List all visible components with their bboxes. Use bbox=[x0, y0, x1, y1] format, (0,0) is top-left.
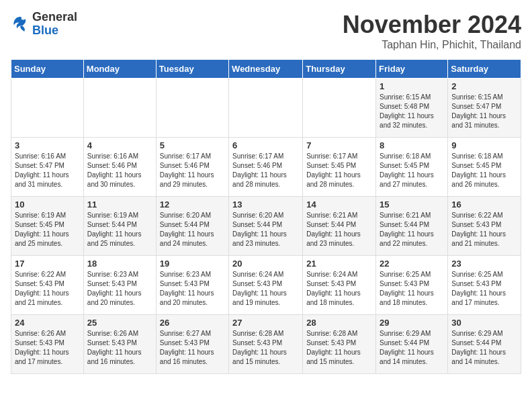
day-info: Sunrise: 6:15 AM Sunset: 5:48 PM Dayligh… bbox=[380, 93, 444, 130]
day-info: Sunrise: 6:22 AM Sunset: 5:43 PM Dayligh… bbox=[15, 270, 80, 308]
day-info: Sunrise: 6:15 AM Sunset: 5:47 PM Dayligh… bbox=[451, 93, 517, 130]
day-info: Sunrise: 6:24 AM Sunset: 5:43 PM Dayligh… bbox=[306, 270, 372, 308]
day-number: 15 bbox=[380, 199, 444, 210]
calendar-cell bbox=[83, 79, 156, 138]
calendar-cell bbox=[11, 79, 84, 138]
day-number: 28 bbox=[306, 318, 372, 328]
day-number: 23 bbox=[451, 259, 517, 269]
weekday-header-thursday: Thursday bbox=[303, 60, 376, 79]
day-info: Sunrise: 6:28 AM Sunset: 5:43 PM Dayligh… bbox=[232, 329, 299, 367]
day-number: 3 bbox=[15, 140, 80, 150]
calendar-cell: 26Sunrise: 6:27 AM Sunset: 5:43 PM Dayli… bbox=[156, 315, 228, 374]
calendar-cell: 10Sunrise: 6:19 AM Sunset: 5:45 PM Dayli… bbox=[11, 197, 84, 256]
day-number: 9 bbox=[451, 140, 517, 150]
day-number: 10 bbox=[15, 199, 80, 210]
calendar-cell: 15Sunrise: 6:21 AM Sunset: 5:44 PM Dayli… bbox=[376, 197, 448, 256]
calendar-week-3: 10Sunrise: 6:19 AM Sunset: 5:45 PM Dayli… bbox=[11, 197, 521, 256]
weekday-header-sunday: Sunday bbox=[11, 60, 84, 79]
day-info: Sunrise: 6:28 AM Sunset: 5:43 PM Dayligh… bbox=[306, 329, 372, 367]
calendar-cell: 12Sunrise: 6:20 AM Sunset: 5:44 PM Dayli… bbox=[156, 197, 228, 256]
day-number: 7 bbox=[306, 140, 372, 150]
day-number: 25 bbox=[87, 318, 152, 328]
day-info: Sunrise: 6:20 AM Sunset: 5:44 PM Dayligh… bbox=[232, 211, 299, 248]
day-info: Sunrise: 6:21 AM Sunset: 5:44 PM Dayligh… bbox=[306, 211, 372, 248]
calendar-cell: 25Sunrise: 6:26 AM Sunset: 5:43 PM Dayli… bbox=[83, 315, 156, 374]
day-info: Sunrise: 6:23 AM Sunset: 5:43 PM Dayligh… bbox=[160, 270, 225, 308]
day-number: 16 bbox=[451, 199, 517, 210]
calendar-cell: 9Sunrise: 6:18 AM Sunset: 5:45 PM Daylig… bbox=[448, 138, 521, 197]
location-subtitle: Taphan Hin, Phichit, Thailand bbox=[343, 39, 521, 51]
calendar-cell: 17Sunrise: 6:22 AM Sunset: 5:43 PM Dayli… bbox=[11, 256, 84, 315]
day-info: Sunrise: 6:20 AM Sunset: 5:44 PM Dayligh… bbox=[160, 211, 225, 248]
day-number: 20 bbox=[232, 259, 299, 269]
logo-general: General bbox=[32, 10, 77, 24]
weekday-header-friday: Friday bbox=[376, 60, 448, 79]
page-header: General Blue November 2024 Taphan Hin, P… bbox=[11, 11, 521, 51]
weekday-header-monday: Monday bbox=[83, 60, 156, 79]
calendar-cell: 30Sunrise: 6:29 AM Sunset: 5:44 PM Dayli… bbox=[448, 315, 521, 374]
day-info: Sunrise: 6:22 AM Sunset: 5:43 PM Dayligh… bbox=[451, 211, 517, 248]
day-number: 21 bbox=[306, 259, 372, 269]
day-number: 22 bbox=[380, 259, 444, 269]
calendar-cell: 3Sunrise: 6:16 AM Sunset: 5:47 PM Daylig… bbox=[11, 138, 84, 197]
day-number: 13 bbox=[232, 199, 299, 210]
day-info: Sunrise: 6:18 AM Sunset: 5:45 PM Dayligh… bbox=[380, 152, 444, 189]
calendar-cell: 28Sunrise: 6:28 AM Sunset: 5:43 PM Dayli… bbox=[303, 315, 376, 374]
day-info: Sunrise: 6:23 AM Sunset: 5:43 PM Dayligh… bbox=[87, 270, 152, 308]
calendar-cell: 22Sunrise: 6:25 AM Sunset: 5:43 PM Dayli… bbox=[376, 256, 448, 315]
day-info: Sunrise: 6:27 AM Sunset: 5:43 PM Dayligh… bbox=[160, 329, 225, 367]
calendar-table: SundayMondayTuesdayWednesdayThursdayFrid… bbox=[11, 59, 521, 374]
logo: General Blue bbox=[11, 11, 77, 38]
calendar-cell: 1Sunrise: 6:15 AM Sunset: 5:48 PM Daylig… bbox=[376, 79, 448, 138]
day-number: 17 bbox=[15, 259, 80, 269]
day-info: Sunrise: 6:17 AM Sunset: 5:46 PM Dayligh… bbox=[160, 152, 225, 189]
calendar-cell bbox=[156, 79, 228, 138]
calendar-week-4: 17Sunrise: 6:22 AM Sunset: 5:43 PM Dayli… bbox=[11, 256, 521, 315]
day-number: 8 bbox=[380, 140, 444, 150]
weekday-header-wednesday: Wednesday bbox=[229, 60, 303, 79]
calendar-body: 1Sunrise: 6:15 AM Sunset: 5:48 PM Daylig… bbox=[11, 79, 521, 374]
calendar-cell: 19Sunrise: 6:23 AM Sunset: 5:43 PM Dayli… bbox=[156, 256, 228, 315]
day-info: Sunrise: 6:29 AM Sunset: 5:44 PM Dayligh… bbox=[451, 329, 517, 367]
day-info: Sunrise: 6:17 AM Sunset: 5:45 PM Dayligh… bbox=[306, 152, 372, 189]
calendar-cell: 6Sunrise: 6:17 AM Sunset: 5:46 PM Daylig… bbox=[229, 138, 303, 197]
day-info: Sunrise: 6:25 AM Sunset: 5:43 PM Dayligh… bbox=[451, 270, 517, 308]
calendar-cell: 7Sunrise: 6:17 AM Sunset: 5:45 PM Daylig… bbox=[303, 138, 376, 197]
day-number: 6 bbox=[232, 140, 299, 150]
day-info: Sunrise: 6:24 AM Sunset: 5:43 PM Dayligh… bbox=[232, 270, 299, 308]
calendar-cell: 11Sunrise: 6:19 AM Sunset: 5:44 PM Dayli… bbox=[83, 197, 156, 256]
calendar-cell: 29Sunrise: 6:29 AM Sunset: 5:44 PM Dayli… bbox=[376, 315, 448, 374]
calendar-cell bbox=[303, 79, 376, 138]
logo-icon bbox=[11, 15, 30, 34]
calendar-cell: 16Sunrise: 6:22 AM Sunset: 5:43 PM Dayli… bbox=[448, 197, 521, 256]
day-info: Sunrise: 6:18 AM Sunset: 5:45 PM Dayligh… bbox=[451, 152, 517, 189]
month-title: November 2024 bbox=[343, 11, 521, 39]
calendar-cell: 20Sunrise: 6:24 AM Sunset: 5:43 PM Dayli… bbox=[229, 256, 303, 315]
weekday-header-saturday: Saturday bbox=[448, 60, 521, 79]
day-number: 11 bbox=[87, 199, 152, 210]
day-number: 30 bbox=[451, 318, 517, 328]
title-block: November 2024 Taphan Hin, Phichit, Thail… bbox=[343, 11, 521, 51]
day-info: Sunrise: 6:16 AM Sunset: 5:47 PM Dayligh… bbox=[15, 152, 80, 189]
calendar-cell: 23Sunrise: 6:25 AM Sunset: 5:43 PM Dayli… bbox=[448, 256, 521, 315]
calendar-week-2: 3Sunrise: 6:16 AM Sunset: 5:47 PM Daylig… bbox=[11, 138, 521, 197]
calendar-week-5: 24Sunrise: 6:26 AM Sunset: 5:43 PM Dayli… bbox=[11, 315, 521, 374]
weekday-header-tuesday: Tuesday bbox=[156, 60, 228, 79]
calendar-cell: 8Sunrise: 6:18 AM Sunset: 5:45 PM Daylig… bbox=[376, 138, 448, 197]
day-number: 2 bbox=[451, 81, 517, 91]
day-number: 5 bbox=[160, 140, 225, 150]
day-info: Sunrise: 6:19 AM Sunset: 5:44 PM Dayligh… bbox=[87, 211, 152, 248]
day-info: Sunrise: 6:16 AM Sunset: 5:46 PM Dayligh… bbox=[87, 152, 152, 189]
day-number: 12 bbox=[160, 199, 225, 210]
calendar-cell: 24Sunrise: 6:26 AM Sunset: 5:43 PM Dayli… bbox=[11, 315, 84, 374]
calendar-cell: 5Sunrise: 6:17 AM Sunset: 5:46 PM Daylig… bbox=[156, 138, 228, 197]
day-info: Sunrise: 6:26 AM Sunset: 5:43 PM Dayligh… bbox=[87, 329, 152, 367]
day-number: 1 bbox=[380, 81, 444, 91]
calendar-cell: 18Sunrise: 6:23 AM Sunset: 5:43 PM Dayli… bbox=[83, 256, 156, 315]
day-number: 14 bbox=[306, 199, 372, 210]
calendar-header: SundayMondayTuesdayWednesdayThursdayFrid… bbox=[11, 60, 521, 79]
calendar-week-1: 1Sunrise: 6:15 AM Sunset: 5:48 PM Daylig… bbox=[11, 79, 521, 138]
day-number: 4 bbox=[87, 140, 152, 150]
calendar-cell: 27Sunrise: 6:28 AM Sunset: 5:43 PM Dayli… bbox=[229, 315, 303, 374]
day-info: Sunrise: 6:21 AM Sunset: 5:44 PM Dayligh… bbox=[380, 211, 444, 248]
